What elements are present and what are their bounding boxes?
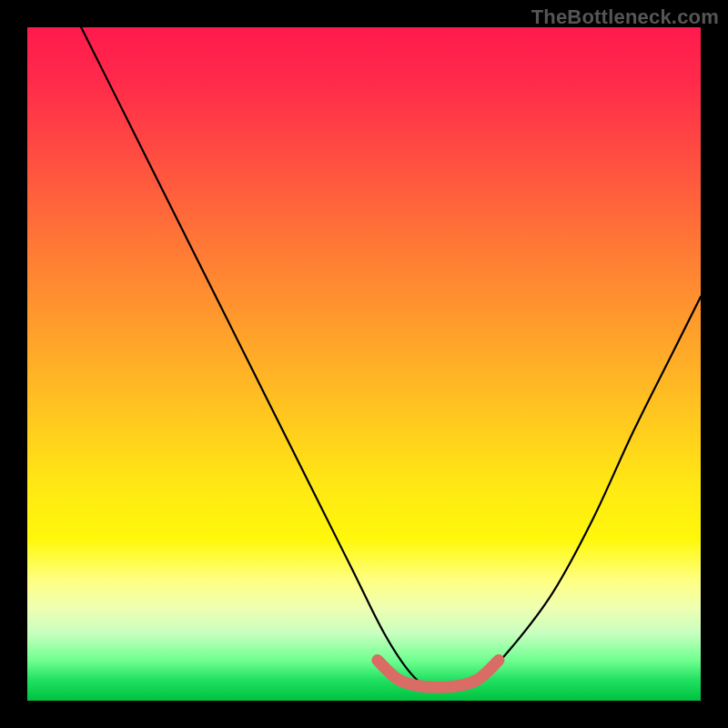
watermark-text: TheBottleneck.com <box>531 5 719 29</box>
bottleneck-curve <box>81 27 701 689</box>
chart-container: TheBottleneck.com <box>0 0 728 728</box>
plot-area <box>27 27 701 701</box>
chart-svg <box>27 27 701 701</box>
optimal-range-marker <box>378 661 499 688</box>
